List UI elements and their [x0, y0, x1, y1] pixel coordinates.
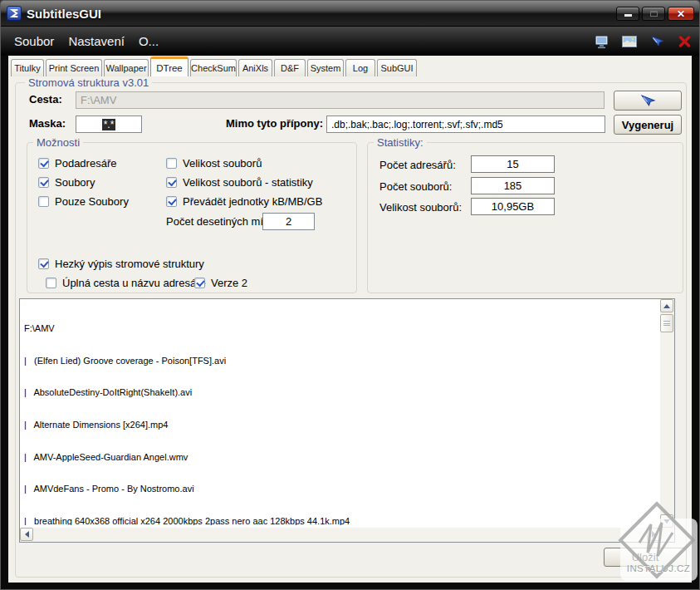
- checkbox-label: Hezký výpis stromové struktury: [55, 258, 204, 270]
- blue-pointer-icon[interactable]: [649, 34, 665, 49]
- tab-titulky[interactable]: Titulky: [11, 59, 44, 76]
- checkbox-label: Velikost souborů - statistiky: [183, 176, 313, 189]
- checkbox-podadresare[interactable]: Podadresáře: [38, 156, 116, 170]
- screen-icon[interactable]: [594, 34, 610, 49]
- tree-line: | AMV-AppleSeed-Guardian Angel.wmv: [24, 452, 658, 463]
- stat-adresaru-label: Počet adresářů:: [379, 159, 456, 171]
- maska-field[interactable]: *.*: [76, 116, 142, 133]
- checkbox-box[interactable]: [38, 258, 49, 269]
- picture-icon[interactable]: [621, 34, 638, 49]
- tree-line: | breathing 640x368 official x264 2000kb…: [24, 516, 658, 525]
- checkbox-box[interactable]: [166, 196, 177, 207]
- statistiky-title: Statistiky:: [374, 136, 427, 149]
- cesta-field: F:\AMV: [76, 91, 605, 109]
- checkbox-label: Úplná cesta u názvu adresáře: [62, 277, 206, 289]
- stat-souboru-field[interactable]: 185: [471, 177, 555, 194]
- tab-print-screen[interactable]: Print Screen: [46, 59, 102, 76]
- vertical-scrollbar[interactable]: [660, 299, 674, 528]
- checkbox-soubory[interactable]: Soubory: [38, 175, 95, 189]
- group-title: Stromová struktura v3.01: [25, 76, 152, 89]
- maximize-icon: [650, 11, 658, 17]
- vertical-scroll-thumb[interactable]: [660, 314, 673, 332]
- checkbox-velikost-statistiky[interactable]: Velikost souborů - statistiky: [166, 175, 313, 189]
- checkbox-box[interactable]: [38, 177, 49, 188]
- scroll-left-button[interactable]: [20, 528, 33, 541]
- tab-checksum[interactable]: CheckSum: [190, 59, 237, 76]
- maska-label: Maska:: [29, 117, 66, 130]
- menu-item-nastaveni[interactable]: Nastavení: [68, 34, 125, 48]
- window-controls: ✕: [616, 7, 694, 21]
- stat-velikost-label: Velikost souborů:: [379, 201, 462, 214]
- tab-anixls[interactable]: AniXls: [238, 59, 272, 76]
- blue-pointer-icon: [639, 94, 656, 108]
- toolbar-icons: [594, 27, 693, 57]
- stat-adresaru-field[interactable]: 15: [471, 155, 555, 173]
- tab-strip: Titulky Print Screen Wallpaper DTree Che…: [11, 57, 417, 76]
- stat-souboru-label: Počet souborů:: [379, 180, 452, 193]
- tab-log[interactable]: Log: [345, 59, 375, 76]
- checkbox-box[interactable]: [166, 158, 177, 169]
- group-moznosti: Možnosti Podadresáře Soubory Pouze Soubo…: [27, 142, 357, 293]
- checkbox-uplna-cesta[interactable]: Úplná cesta u názvu adresáře: [46, 276, 206, 289]
- checkbox-label: Verze 2: [211, 277, 247, 289]
- minimize-button[interactable]: [616, 7, 639, 21]
- checkbox-pouze-soubory[interactable]: Pouze Soubory: [38, 194, 129, 208]
- content-panel: Titulky Print Screen Wallpaper DTree Che…: [8, 56, 692, 583]
- stat-adresaru-value: 15: [507, 158, 518, 170]
- stat-velikost-value: 10,95GB: [492, 200, 534, 213]
- s-zigzag-glyph: [8, 7, 20, 19]
- checkbox-box[interactable]: [46, 278, 56, 288]
- mimo-label: Mimo tyto přípony:: [207, 117, 323, 130]
- checkbox-label: Podadresáře: [55, 157, 116, 170]
- cesta-value: F:\AMV: [81, 94, 116, 106]
- checkbox-verze-2[interactable]: Verze 2: [194, 276, 247, 289]
- tree-line: | AbsoluteDestiny-DoItRight(ShakeIt).avi: [24, 387, 658, 398]
- stat-velikost-field[interactable]: 10,95GB: [471, 198, 555, 215]
- checkbox-label: Převádět jednotky kB/MB/GB: [183, 195, 322, 208]
- checkbox-box[interactable]: [166, 177, 177, 188]
- title-bar[interactable]: SubtitlesGUI ✕: [1, 1, 699, 26]
- maska-selected-text: *.*: [102, 119, 116, 130]
- tree-line: | AMVdeFans - Promo - By Nostromo.avi: [24, 484, 658, 494]
- mimo-pripony-field[interactable]: .db;.bak;.bac;.log;.torrent;.svf;.sfv;.m…: [326, 116, 605, 133]
- checkbox-box[interactable]: [38, 196, 49, 207]
- group-stromova-struktura: Stromová struktura v3.01 Cesta: F:\AMV M…: [15, 82, 687, 578]
- group-statistiky: Statistiky: Počet adresářů: 15 Počet sou…: [367, 142, 683, 293]
- app-logo-icon[interactable]: [7, 6, 22, 21]
- close-button[interactable]: ✕: [668, 7, 694, 21]
- browse-button[interactable]: [614, 91, 682, 111]
- tree-output-listbox[interactable]: F:\AMV | (Elfen Lied) Groove coverage - …: [19, 298, 675, 543]
- checkbox-hezky-vypis[interactable]: Hezký výpis stromové struktury: [38, 257, 204, 270]
- minimize-icon: [624, 14, 632, 17]
- thumb-grip-icon: [663, 321, 670, 326]
- tree-output-text: F:\AMV | (Elfen Lied) Groove coverage - …: [24, 302, 658, 525]
- tree-line: F:\AMV: [24, 323, 658, 334]
- tab-system[interactable]: System: [307, 59, 344, 76]
- checkbox-box[interactable]: [194, 278, 205, 288]
- scroll-up-button[interactable]: [660, 299, 673, 312]
- checkbox-velikost-souboru[interactable]: Velikost souborů: [166, 156, 262, 170]
- decimal-places-field[interactable]: 2: [262, 213, 315, 230]
- tab-subgui[interactable]: SubGUI: [377, 59, 417, 76]
- checkbox-label: Pouze Soubory: [55, 195, 129, 208]
- checkbox-box[interactable]: [38, 158, 49, 169]
- vygeneruj-button[interactable]: Vygeneruj: [614, 115, 682, 135]
- menu-item-o[interactable]: O...: [139, 34, 159, 48]
- horizontal-scrollbar[interactable]: [20, 528, 660, 542]
- close-icon: ✕: [668, 7, 693, 20]
- stat-souboru-value: 185: [504, 179, 522, 192]
- checkbox-label: Velikost souborů: [183, 157, 262, 170]
- tab-dtree[interactable]: DTree: [150, 57, 188, 76]
- maximize-button[interactable]: [642, 7, 665, 21]
- menu-item-soubor[interactable]: Soubor: [14, 34, 54, 48]
- watermark-text: INSTALUJ.CZ: [619, 563, 698, 573]
- tree-line: | (Elfen Lied) Groove coverage - Poison[…: [24, 356, 658, 366]
- tab-wallpaper[interactable]: Wallpaper: [104, 59, 149, 76]
- tab-df[interactable]: D&F: [274, 59, 306, 76]
- checkbox-prevadet-jednotky[interactable]: Převádět jednotky kB/MB/GB: [166, 194, 322, 208]
- moznosti-title: Možnosti: [33, 136, 83, 149]
- arrow-up-icon: [663, 304, 670, 308]
- cesta-label: Cesta:: [29, 93, 62, 106]
- red-x-icon[interactable]: [676, 34, 693, 49]
- app-window: SubtitlesGUI ✕ Soubor Nastavení O...: [0, 0, 700, 590]
